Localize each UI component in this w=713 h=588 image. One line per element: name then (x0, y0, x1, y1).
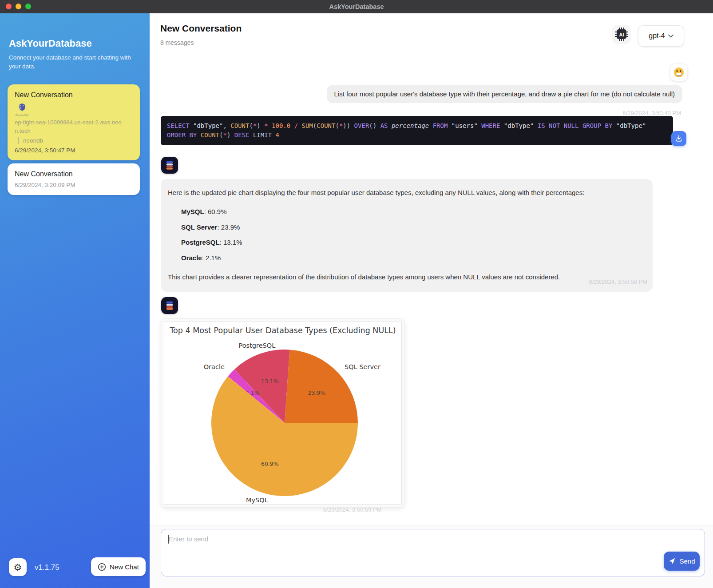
assistant-message-timestamp: 6/29/2024, 3:50:58 PM (589, 278, 647, 285)
pie-chart-card: Top 4 Most Popular User Database Types (… (161, 318, 405, 508)
pie-slice-sql-server (285, 350, 358, 423)
database-stack-icon (165, 160, 174, 171)
main-panel: New Conversation 8 messages AI gpt-4 (150, 13, 713, 588)
model-select-value: gpt-4 (649, 32, 665, 40)
pie-chart-figure: Top 4 Most Popular User Database Types (… (164, 322, 402, 505)
db-type-label: MySQL (181, 208, 204, 215)
assistant-list: MySQL: 60.9% SQL Server: 23.9% PostgreSQ… (181, 207, 646, 263)
ai-chip-icon: AI (614, 27, 629, 42)
send-button-label: Send (679, 557, 695, 565)
traffic-lights (6, 4, 31, 9)
pie-slice-label: MySQL (246, 497, 268, 504)
send-button[interactable]: Send (664, 552, 700, 571)
db-type-label: PostgreSQL (181, 238, 220, 246)
zoom-window-button[interactable] (25, 4, 31, 9)
conversation-timestamp: 6/29/2024, 3:50:47 PM (15, 147, 133, 154)
sidebar: AskYourDatabase Connect your database an… (0, 13, 150, 588)
database-host: ep-tight-sea-10099984.us-east-2.aws.neon… (15, 119, 126, 135)
pie-chart: 23.9%SQL Server13.1%PostgreSQL2.1%Oracle… (167, 333, 400, 506)
conversation-card[interactable]: New Conversation 6/29/2024, 3:20:09 PM (8, 163, 140, 195)
assistant-avatar (161, 297, 178, 314)
db-type-value: : 13.1% (220, 238, 242, 246)
plus-circle-icon (98, 563, 106, 571)
composer: Enter to send Send (150, 525, 713, 588)
db-type-value: : 23.9% (217, 223, 240, 231)
pie-percent-label: 60.9% (261, 461, 279, 467)
database-name: neondb (18, 137, 133, 144)
conversation-title: New Conversation (15, 170, 133, 178)
download-icon (675, 135, 683, 143)
model-select[interactable]: gpt-4 (638, 25, 684, 47)
new-chat-label: New Chat (110, 563, 139, 571)
list-item: PostgreSQL: 13.1% (181, 238, 646, 247)
list-item: Oracle: 2.1% (181, 253, 646, 263)
assistant-avatar (161, 157, 178, 174)
database-icon-block: PostgreSQL (15, 103, 30, 116)
postgresql-icon (18, 103, 27, 112)
message-count: 8 messages (160, 39, 194, 46)
pie-slice-label: PostgreSQL (238, 342, 275, 349)
settings-button[interactable]: ⚙ (9, 558, 27, 576)
pie-slice-label: SQL Server (345, 363, 380, 370)
conversation-header: New Conversation 8 messages AI gpt-4 (150, 13, 713, 57)
db-type-label: SQL Server (181, 223, 217, 231)
assistant-intro: Here is the updated pie chart displaying… (168, 188, 646, 198)
database-type-caption: PostgreSQL (15, 114, 30, 116)
send-plane-icon (668, 557, 676, 565)
conversation-card-active[interactable]: New Conversation PostgreSQL ep-tight-sea… (8, 84, 140, 160)
pie-slice-label: Oracle (204, 363, 225, 370)
db-type-label: Oracle (181, 254, 202, 262)
user-avatar (670, 64, 687, 81)
app-name: AskYourDatabase (9, 38, 92, 49)
db-type-value: : 2.1% (202, 254, 221, 262)
sql-code: SELECT "dbType", COUNT(*) * 100.0 / SUM(… (167, 122, 646, 139)
new-chat-button[interactable]: New Chat (91, 557, 146, 576)
input-placeholder: Enter to send (169, 535, 208, 543)
sql-code-block: SELECT "dbType", COUNT(*) * 100.0 / SUM(… (161, 116, 673, 145)
user-message-bubble: List four most popular user's database t… (327, 85, 682, 103)
gear-icon: ⚙ (14, 563, 22, 572)
user-message-timestamp: 6/29/2024, 3:50:40 PM (622, 110, 681, 116)
pie-percent-label: 23.9% (308, 389, 326, 396)
db-type-value: : 60.9% (204, 208, 227, 215)
list-item: MySQL: 60.9% (181, 207, 646, 217)
titlebar: AskYourDatabase (0, 0, 713, 13)
app-tagline: Connect your database and start chatting… (9, 53, 135, 72)
chevron-down-icon (668, 34, 673, 38)
list-item: SQL Server: 23.9% (181, 222, 646, 232)
chat-message-list: List four most popular user's database t… (150, 56, 713, 525)
conversation-title: New Conversation (15, 91, 133, 99)
database-stack-icon (165, 300, 174, 311)
minimize-window-button[interactable] (16, 4, 21, 9)
app-version: v1.1.75 (35, 563, 59, 572)
svg-text:AI: AI (619, 32, 624, 37)
smiley-emoji-icon (673, 67, 684, 78)
close-window-button[interactable] (6, 4, 12, 9)
ai-settings-button[interactable]: AI (613, 25, 630, 43)
assistant-message-bubble: Here is the updated pie chart displaying… (161, 179, 653, 292)
app-window: AskYourDatabase AskYourDatabase Connect … (0, 0, 713, 588)
conversation-timestamp: 6/29/2024, 3:20:09 PM (15, 182, 133, 188)
message-input[interactable]: Enter to send Send (161, 529, 705, 576)
download-sql-button[interactable] (671, 131, 686, 146)
pie-percent-label: 13.1% (261, 378, 279, 385)
chart-message-timestamp: 6/29/2024, 3:50:59 PM (323, 506, 382, 513)
assistant-outro: This chart provides a clearer representa… (168, 272, 646, 282)
window-title: AskYourDatabase (329, 3, 384, 10)
page-title: New Conversation (160, 23, 242, 34)
